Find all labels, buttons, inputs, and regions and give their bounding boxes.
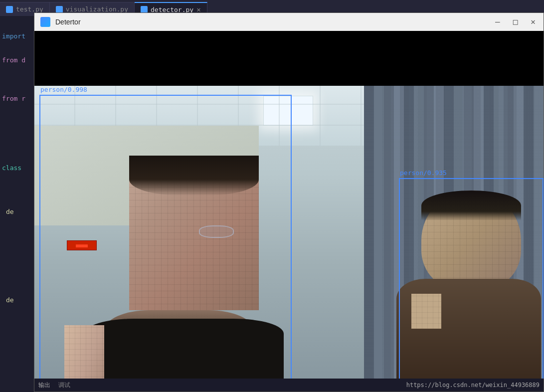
window-content: ■■■■ (34, 31, 544, 392)
python-icon (141, 6, 148, 13)
close-icon[interactable]: ✕ (196, 6, 200, 13)
close-button[interactable]: ✕ (529, 17, 538, 27)
code-def-2: de (2, 295, 14, 306)
glasses (199, 225, 234, 238)
code-def-1: de (2, 206, 14, 217)
person2-area (396, 186, 544, 379)
window-title: Detertor (55, 18, 488, 26)
editor-sidebar: import from d from r class de de (0, 16, 34, 392)
maximize-button[interactable]: □ (511, 17, 520, 27)
debug-tab-label[interactable]: 调试 (58, 381, 70, 390)
detector-window: Detertor — □ ✕ (34, 12, 544, 392)
person1-face (129, 156, 259, 310)
output-tab-label[interactable]: 输出 (38, 381, 50, 390)
person2-face (421, 191, 521, 290)
code-from-2: from r (2, 93, 25, 104)
camera-frame: ■■■■ (34, 86, 544, 379)
light-fixture (263, 96, 313, 126)
status-bar: 输出 调试 https://blog.csdn.net/weixin_44936… (34, 379, 544, 392)
person2-hand (411, 294, 441, 329)
person1-area (64, 146, 294, 379)
code-from-1: from d (2, 55, 25, 66)
code-import: import (2, 31, 25, 42)
window-titlebar: Detertor — □ ✕ (34, 13, 544, 31)
jacket1 (84, 319, 284, 379)
tab-test-label: test.py (16, 5, 43, 13)
window-controls: — □ ✕ (493, 17, 538, 27)
person1-left-arm (64, 325, 104, 379)
python-icon (56, 6, 63, 13)
minimize-button[interactable]: — (493, 17, 502, 27)
python-icon (6, 6, 13, 13)
status-url: https://blog.csdn.net/weixin_44936889 (406, 382, 540, 389)
tab-visualization-label: visualization.py (66, 5, 128, 13)
black-bar (34, 31, 544, 86)
status-left: 输出 调试 (38, 381, 70, 390)
code-class: class (2, 163, 21, 174)
app-icon (40, 17, 50, 27)
